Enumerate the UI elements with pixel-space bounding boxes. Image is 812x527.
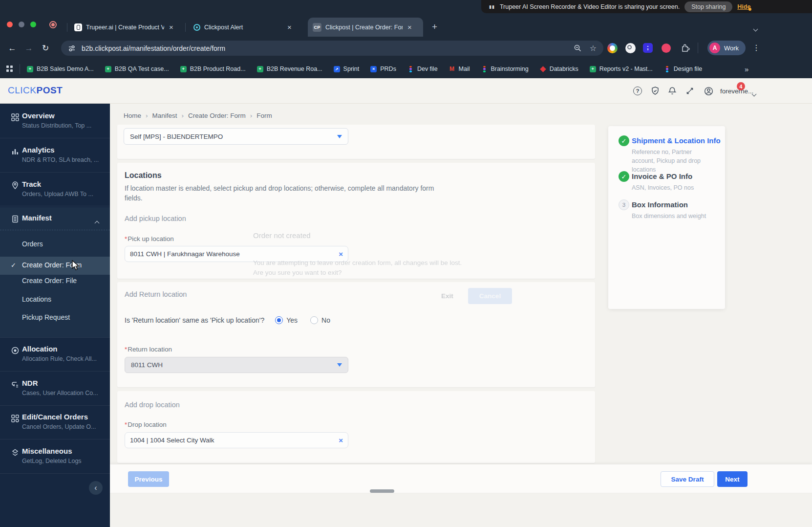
figma-icon (407, 66, 414, 72)
breadcrumb-manifest[interactable]: Manifest (152, 112, 177, 119)
browser-menu-icon[interactable]: ⋮ (752, 43, 760, 52)
bookmark-item[interactable]: +B2B Revenue Roa... (257, 66, 322, 72)
pickup-label: *Pick up location (125, 235, 174, 242)
grid-icon (11, 414, 20, 423)
extension-pink-icon[interactable] (662, 44, 671, 53)
window-minimize-button[interactable] (19, 22, 24, 27)
same-location-question-row: Is 'Return location' same as 'Pick up lo… (125, 316, 330, 324)
apps-grid-icon[interactable] (6, 65, 14, 73)
bookmark-item[interactable]: Dev file (407, 66, 438, 72)
previous-button[interactable]: Previous (128, 471, 169, 487)
screen-share-banner: ▮▮ Trupeer AI Screen Recorder & Video Ed… (481, 0, 812, 13)
map-pin-icon (11, 181, 20, 190)
horizontal-scrollbar[interactable] (370, 489, 394, 493)
site-settings-icon[interactable] (68, 44, 76, 52)
ghost-modal-line2: Are you sure you want to exit? (253, 269, 342, 276)
bookmark-item[interactable]: Brainstorming (481, 66, 529, 72)
bookmark-item[interactable]: +B2B Sales Demo A... (27, 66, 94, 72)
dashboard-icon (11, 113, 20, 122)
sheets-icon: + (257, 66, 263, 72)
browser-tab-create-order[interactable]: CP Clickpost | Create Order: For × (308, 18, 423, 37)
zoom-icon[interactable] (574, 44, 582, 52)
bookmark-item[interactable]: +B2B Product Road... (180, 66, 246, 72)
bookmark-item[interactable]: Databricks (540, 66, 578, 72)
help-icon[interactable]: ? (632, 85, 643, 97)
record-icon[interactable] (49, 21, 57, 28)
bookmark-item[interactable]: ↗Sprint (334, 66, 360, 72)
return-location-select[interactable]: 8011 CWH (125, 357, 348, 373)
share-message: Trupeer AI Screen Recorder & Video Edito… (500, 3, 680, 10)
sidebar-item-create-order-form[interactable]: ✓ Create Order: Form (0, 257, 110, 275)
new-tab-button[interactable]: + (432, 22, 437, 32)
sidebar-collapse-button[interactable]: ‹ (89, 481, 103, 495)
close-icon[interactable]: × (286, 23, 293, 31)
forward-button[interactable]: → (21, 44, 37, 53)
radio-unselected-icon[interactable] (310, 316, 318, 324)
bookmark-star-icon[interactable]: ☆ (590, 44, 597, 53)
ghost-modal-line1: You are attempting to leave order creati… (253, 259, 462, 266)
ghost-cancel-button: Cancel (468, 288, 512, 304)
ndr-icon (11, 380, 20, 389)
bookmark-item[interactable]: Design file (664, 66, 702, 72)
sheets-icon: + (180, 66, 187, 72)
browser-tab-clickpost-alert[interactable]: Clickpost Alert × (189, 18, 302, 37)
partner-select[interactable]: Self [MPS] - BIJENDERTEMPO (124, 128, 348, 145)
breadcrumb-home[interactable]: Home (124, 112, 141, 119)
extension-google-icon[interactable] (607, 43, 618, 53)
next-button[interactable]: Next (717, 471, 748, 487)
account-chevron-icon[interactable] (752, 89, 756, 98)
sidebar-item-pickup-request[interactable]: Pickup Request (22, 313, 70, 321)
browser-tab-trupeer[interactable]: Trupeer.ai | Create Product Vi × (69, 18, 183, 37)
radio-selected-icon[interactable] (275, 316, 283, 324)
bookmark-item[interactable]: +Reports v2 - Mast... (590, 66, 653, 72)
close-icon[interactable]: × (406, 23, 413, 31)
sidebar-item-orders[interactable]: Orders (22, 240, 43, 248)
browser-profile-button[interactable]: A Work (707, 41, 746, 55)
bookmark-item[interactable]: MMail (449, 66, 470, 72)
drop-location-input[interactable]: 1004 | 1004 Select City Walk × (125, 432, 348, 448)
clickpost-favicon: CP (313, 23, 321, 32)
clear-icon[interactable]: × (339, 250, 343, 258)
user-icon[interactable] (703, 85, 714, 97)
notification-badge: 4 (737, 82, 745, 90)
reload-button[interactable]: ↻ (37, 43, 54, 53)
sidebar-item-locations[interactable]: Locations (22, 295, 51, 303)
radio-yes[interactable]: Yes (275, 316, 298, 324)
close-icon[interactable]: × (168, 23, 174, 31)
breadcrumb-create-order[interactable]: Create Order: Form (188, 112, 246, 119)
shield-icon[interactable] (649, 85, 661, 97)
address-bar[interactable]: b2b.clickpost.ai/manifestation/order/cre… (61, 41, 603, 56)
bookmarks-overflow-icon[interactable]: » (745, 65, 748, 73)
bookmark-item[interactable]: +B2B QA Test case... (105, 66, 169, 72)
stop-sharing-button[interactable]: Stop sharing (684, 1, 732, 12)
bar-chart-icon (11, 147, 20, 156)
partner-panel: Self [MPS] - BIJENDERTEMPO (117, 125, 595, 159)
hide-banner-link[interactable]: Hide (737, 3, 750, 10)
fullscreen-icon[interactable] (684, 85, 696, 97)
caret-down-icon (337, 135, 342, 138)
extensions-puzzle-icon[interactable] (680, 43, 691, 53)
window-zoom-button[interactable] (30, 22, 36, 27)
save-draft-button[interactable]: Save Draft (661, 471, 714, 487)
bell-icon[interactable] (666, 85, 678, 97)
url-text[interactable]: b2b.clickpost.ai/manifestation/order/cre… (82, 44, 574, 52)
radio-no[interactable]: No (310, 316, 330, 324)
sidebar-item-create-order-file[interactable]: Create Order: File (22, 277, 77, 285)
manifest-section: Manifest Orders ✓ Create Order: Form Cre… (0, 207, 110, 337)
bookmark-item[interactable]: ×PRDs (370, 66, 396, 72)
browser-chrome: Trupeer.ai | Create Product Vi × Clickpo… (0, 0, 812, 78)
step-done-icon: ✓ (619, 171, 629, 182)
clear-icon[interactable]: × (339, 436, 343, 444)
extension-blue-icon[interactable]: ; (643, 43, 653, 53)
same-location-question: Is 'Return location' same as 'Pick up lo… (125, 316, 264, 324)
caret-down-icon (337, 363, 342, 367)
extension-white-icon[interactable] (625, 43, 636, 53)
tab-search-chevron-icon[interactable] (754, 24, 757, 33)
pickup-section-header: Add pickup location (125, 215, 186, 222)
list-icon (11, 215, 20, 223)
window-close-button[interactable] (7, 22, 13, 27)
drop-panel: Add drop location *Drop location 1004 | … (117, 391, 595, 463)
account-name[interactable]: foreverne... (720, 88, 753, 95)
back-button[interactable]: ← (4, 44, 21, 53)
clickpost-logo[interactable]: CLICKPOST (8, 85, 63, 96)
